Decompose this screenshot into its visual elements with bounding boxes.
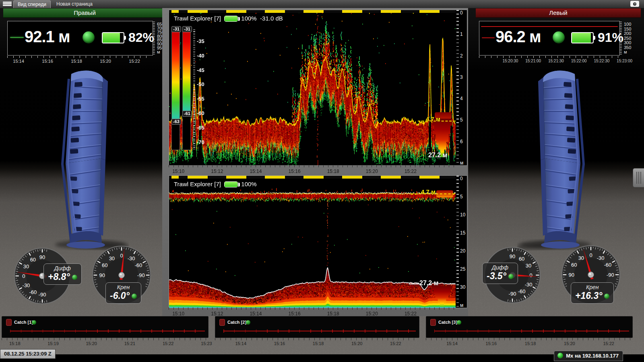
echogram-lower: Trawl Explorer [7] 100% 051015202530м 4.…: [169, 175, 467, 308]
cable-scale-ruler: 100150200250300350м: [620, 22, 633, 55]
svg-text:-90: -90: [137, 272, 145, 278]
minute-marker-ruler: [169, 176, 456, 179]
svg-text:30: 30: [23, 263, 29, 269]
svg-text:-60: -60: [29, 289, 37, 295]
catch-sensor-2: Catch [2]: [215, 316, 419, 338]
depth-readout: 92.1 м: [25, 28, 70, 46]
catch-label: Catch [1]: [14, 320, 33, 325]
pitch-value: -3.5°: [487, 271, 514, 282]
svg-text:60: 60: [30, 257, 36, 263]
battery-icon: [571, 32, 594, 43]
catch-label: Catch [3]: [438, 320, 457, 325]
colorbar-2: [182, 29, 191, 150]
roll-value-box: Крен -6.0°: [105, 282, 141, 304]
catch-3-time-axis: 15:1415:1615:1815:2015:22: [426, 338, 632, 347]
depth-trace-top: [481, 26, 618, 27]
panel-title-starboard: Правый: [3, 8, 166, 18]
colorbar2-bottom-label: -61: [182, 111, 192, 117]
tab-front-view[interactable]: Вид спереди: [13, 0, 51, 8]
depth-trace: [482, 37, 495, 38]
roll-value: -6.0°: [110, 290, 137, 301]
colorbar1-bottom-label: -63: [171, 119, 181, 125]
svg-text:-30: -30: [128, 255, 135, 261]
colorbar-1: [171, 29, 180, 150]
headrope-depth-label: 4.7 м: [426, 115, 440, 122]
panel-title-port: Левый: [476, 8, 641, 18]
catch-led: [246, 320, 250, 325]
svg-text:90: 90: [99, 272, 105, 278]
roll-led: [604, 294, 609, 299]
svg-text:90: 90: [510, 253, 515, 259]
echogram-lower-canvas: [169, 176, 456, 308]
svg-text:-60: -60: [134, 262, 142, 268]
hamburger-menu-icon[interactable]: [3, 1, 12, 7]
svg-text:-30: -30: [23, 282, 30, 288]
catch-1-time-axis: 15:1815:1915:2015:2115:2215:23: [2, 338, 208, 347]
catch-timeline: [223, 331, 416, 331]
sensor-battery-icon: [224, 16, 238, 22]
catch-led: [32, 320, 36, 325]
depth-ruler-upper: 0123456м: [456, 10, 466, 165]
catch-sensor-1: Catch [1]: [2, 316, 208, 338]
catch-sensor-icon: [219, 319, 225, 326]
battery-icon: [102, 32, 124, 43]
catch-label: Catch [2]: [227, 320, 246, 325]
roll-value-box: Крен +16.3°: [571, 282, 614, 304]
trawl-door-3d-port: [517, 64, 604, 251]
connection-led: [557, 353, 563, 358]
status-led: [553, 31, 565, 43]
tab-new-page[interactable]: Новая страница: [52, 0, 97, 8]
pitch-led: [508, 274, 514, 279]
catch-2-time-axis: 15:1415:1615:1815:2015:22: [215, 338, 419, 347]
roll-led: [132, 294, 137, 299]
depth-readout: 96.2 м: [495, 28, 541, 46]
svg-text:-90: -90: [509, 291, 516, 297]
depth-ruler-lower: 051015202530м: [456, 176, 466, 308]
bottom-depth-label: 27.2 м: [419, 280, 438, 287]
catch-timeline: [434, 331, 629, 331]
status-led: [83, 31, 95, 43]
datetime-status: 08.12.25 15:23:09 Z: [0, 349, 56, 359]
roll-label: Крен: [575, 284, 609, 290]
bottom-line-right: [448, 284, 456, 284]
catch-sensor-icon: [430, 319, 436, 326]
sensor-battery-icon: [224, 181, 238, 187]
echogram-upper-canvas: [169, 10, 456, 165]
echogram-lower-title: Trawl Explorer [7] 100%: [174, 181, 257, 187]
svg-text:-90: -90: [607, 272, 614, 278]
colorbar2-top-label: -31: [182, 26, 192, 32]
trawl-door-3d-starboard: [42, 64, 129, 251]
svg-text:60: 60: [519, 256, 524, 262]
trawl-monitor-app: Вид спереди Новая страница Правый 92.1 м…: [0, 0, 644, 362]
echogram-upper: Trawl Explorer [7] 100% -31.0 dB -31 -31…: [169, 10, 467, 166]
headrope-depth-label: 4.7 м: [421, 188, 436, 195]
catch-led: [457, 320, 461, 325]
svg-text:0: 0: [120, 253, 123, 259]
battery-percent: 82%: [128, 30, 154, 45]
svg-text:90: 90: [39, 254, 45, 260]
time-tick-row: [479, 56, 619, 58]
svg-text:90: 90: [569, 272, 574, 278]
side-drawer-grip-handle[interactable]: [633, 168, 644, 187]
time-tick-row: [7, 56, 152, 58]
starboard-depth-chart: 92.1 м 82%: [7, 21, 153, 56]
pitch-value: +8.8°: [48, 272, 77, 282]
svg-text:0: 0: [22, 273, 25, 279]
svg-text:30: 30: [109, 255, 115, 261]
port-depth-chart: 96.2 м 91%: [479, 21, 620, 56]
sonar-center-panel: Trawl Explorer [7] 100% -31.0 dB -31 -31…: [162, 8, 468, 316]
camera-screenshot-icon[interactable]: [630, 1, 639, 7]
svg-text:60: 60: [102, 262, 107, 268]
pitch-value-box: Дифф -3.5°: [482, 263, 518, 284]
colorbar1-top-label: -31: [171, 26, 181, 32]
bottom-depth-label: 27.2 м: [428, 152, 447, 159]
pitch-label: Дифф: [487, 264, 514, 271]
svg-text:-30: -30: [525, 282, 533, 288]
svg-text:30: 30: [526, 263, 531, 269]
bottom-line-left: [409, 284, 419, 284]
svg-text:-60: -60: [604, 262, 611, 268]
svg-text:30: 30: [578, 255, 584, 261]
time-axis-upper: 15:1015:1215:1415:1615:1815:2015:22: [169, 165, 455, 175]
connection-status: Мх на 192.168.10.177: [554, 351, 623, 361]
db-scale-ruler: -35-40-45-50-55-60-65-70: [193, 29, 207, 149]
